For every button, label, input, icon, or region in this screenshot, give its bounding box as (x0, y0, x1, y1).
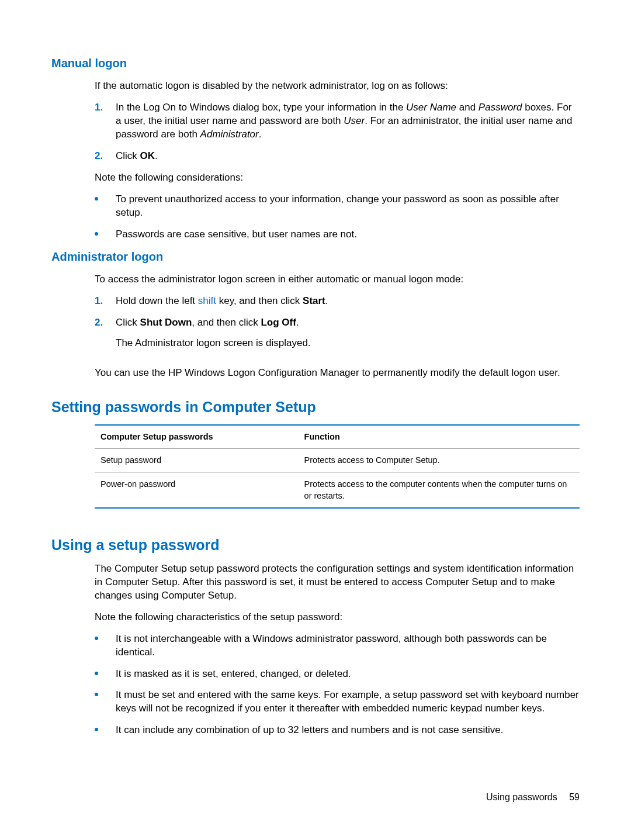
bullet-icon (95, 668, 116, 681)
list-text: It must be set and entered with the same… (116, 689, 580, 715)
text: . (296, 317, 299, 328)
paragraph: The Administrator logon screen is displa… (116, 337, 580, 350)
document-page: Manual logon If the automatic logon is d… (0, 0, 631, 737)
list-text: To prevent unauthorized access to your i… (116, 193, 580, 220)
text: key, and then click (216, 295, 303, 306)
passwords-table: Computer Setup passwords Function Setup … (95, 426, 580, 507)
paragraph: The Computer Setup setup password protec… (95, 562, 580, 603)
ordered-list: 1. In the Log On to Windows dialog box, … (95, 101, 580, 163)
bullet-icon (95, 724, 116, 737)
list-marker: 2. (95, 150, 116, 163)
section-manual-logon-body: If the automatic logon is disabled by th… (95, 79, 580, 241)
bullet-list: To prevent unauthorized access to your i… (95, 193, 580, 241)
table-cell: Protects access to Computer Setup. (299, 449, 580, 473)
list-marker: 2. (95, 316, 116, 358)
bold: Start (303, 295, 325, 306)
section-using-setup-password-body: The Computer Setup setup password protec… (95, 562, 580, 737)
list-item: To prevent unauthorized access to your i… (95, 193, 580, 220)
table-row: Power-on password Protects access to the… (95, 473, 580, 508)
list-marker: 1. (95, 295, 116, 308)
text: Click (116, 150, 140, 161)
bold: Shut Down (140, 317, 192, 328)
key-name: shift (198, 295, 216, 306)
text: and (456, 102, 479, 113)
list-item: It must be set and entered with the same… (95, 689, 580, 715)
page-number: 59 (569, 792, 580, 802)
table-cell: Protects access to the computer contents… (299, 473, 580, 508)
bullet-icon (95, 193, 116, 220)
text: Hold down the left (116, 295, 198, 306)
table-header: Computer Setup passwords (95, 426, 299, 449)
text: Click (116, 317, 140, 328)
list-item: 1. Hold down the left shift key, and the… (95, 295, 580, 308)
table-row: Setup password Protects access to Comput… (95, 449, 580, 473)
list-text: It is not interchangeable with a Windows… (116, 632, 580, 659)
list-item: 2. Click Shut Down, and then click Log O… (95, 316, 580, 358)
passwords-table-wrap: Computer Setup passwords Function Setup … (95, 424, 580, 509)
text: . (259, 129, 262, 140)
footer-label: Using passwords (486, 792, 557, 802)
list-text: In the Log On to Windows dialog box, typ… (116, 101, 580, 141)
heading-manual-logon: Manual logon (51, 56, 580, 71)
list-item: Passwords are case sensitive, but user n… (95, 228, 580, 241)
table-header: Function (299, 426, 580, 449)
list-text: Hold down the left shift key, and then c… (116, 295, 580, 308)
bullet-icon (95, 228, 116, 241)
list-text: It is masked as it is set, entered, chan… (116, 668, 580, 681)
bullet-icon (95, 689, 116, 715)
list-text: Click OK. (116, 150, 580, 163)
bold: Log Off (261, 317, 296, 328)
list-text: Passwords are case sensitive, but user n… (116, 228, 580, 241)
bullet-icon (95, 632, 116, 659)
table-cell: Setup password (95, 449, 299, 473)
emphasis: Administrator (200, 129, 259, 140)
text: . (325, 295, 328, 306)
list-item: 2. Click OK. (95, 150, 580, 163)
list-item: It is not interchangeable with a Windows… (95, 632, 580, 659)
paragraph: To access the administrator logon screen… (95, 273, 580, 286)
list-item: 1. In the Log On to Windows dialog box, … (95, 101, 580, 141)
text: In the Log On to Windows dialog box, typ… (116, 102, 406, 113)
emphasis: Password (479, 102, 522, 113)
emphasis: User (344, 115, 365, 126)
section-admin-logon-body: To access the administrator logon screen… (95, 273, 580, 380)
table-cell: Power-on password (95, 473, 299, 508)
ordered-list: 1. Hold down the left shift key, and the… (95, 295, 580, 358)
list-item: It can include any combination of up to … (95, 724, 580, 737)
list-text: It can include any combination of up to … (116, 724, 580, 737)
list-marker: 1. (95, 101, 116, 141)
text: . (155, 150, 158, 161)
heading-using-setup-password: Using a setup password (51, 535, 580, 555)
paragraph: If the automatic logon is disabled by th… (95, 79, 580, 93)
paragraph: Note the following considerations: (95, 171, 580, 185)
bullet-list: It is not interchangeable with a Windows… (95, 632, 580, 738)
list-item: It is masked as it is set, entered, chan… (95, 668, 580, 681)
paragraph: Note the following characteristics of th… (95, 611, 580, 624)
text: , and then click (192, 317, 261, 328)
heading-administrator-logon: Administrator logon (51, 249, 580, 265)
heading-setting-passwords: Setting passwords in Computer Setup (51, 397, 580, 417)
table-header-row: Computer Setup passwords Function (95, 426, 580, 449)
page-footer: Using passwords 59 (486, 791, 580, 804)
list-text: Click Shut Down, and then click Log Off.… (116, 316, 580, 358)
emphasis: User Name (406, 102, 456, 113)
paragraph: You can use the HP Windows Logon Configu… (95, 367, 580, 380)
bold: OK (140, 150, 155, 161)
